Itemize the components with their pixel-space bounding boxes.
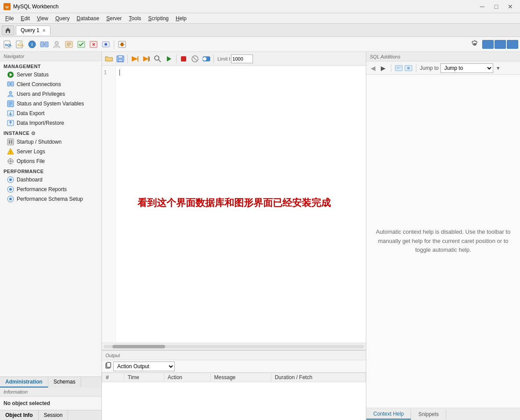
users-privileges-label: Users and Privileges (17, 91, 65, 97)
toolbar-info[interactable]: i (26, 39, 38, 50)
instance-section-title: INSTANCE ⊙ (0, 128, 101, 137)
performance-schema-icon (7, 196, 14, 203)
menu-tools[interactable]: Tools (125, 14, 144, 22)
save-file-button[interactable] (115, 54, 126, 64)
minimize-button[interactable]: ─ (476, 2, 488, 11)
toolbar-export[interactable] (116, 39, 128, 50)
query-toolbar-sep2 (176, 54, 177, 63)
client-connections-label: Client Connections (17, 81, 61, 87)
run-button[interactable] (164, 54, 174, 64)
stop-button[interactable] (178, 54, 189, 64)
sidebar-item-server-logs[interactable]: ! Server Logs (0, 147, 101, 156)
status-variables-icon (7, 100, 14, 107)
sidebar-item-client-connections[interactable]: Client Connections (0, 80, 101, 89)
query-tab[interactable]: Query 1 ✕ (16, 25, 51, 35)
cursor-line (119, 69, 362, 76)
execute-button[interactable] (130, 54, 140, 64)
menu-query[interactable]: Query (52, 14, 73, 22)
toolbar-users[interactable] (51, 39, 62, 50)
svg-rect-25 (7, 82, 10, 86)
svg-rect-9 (40, 42, 44, 47)
main-layout: Navigator MANAGEMENT Server Status Clien… (0, 52, 520, 420)
performance-reports-label: Performance Reports (17, 186, 67, 192)
menu-edit[interactable]: Edit (17, 14, 33, 22)
toolbar-btn6[interactable] (100, 39, 112, 50)
toolbar-right (469, 39, 518, 50)
svg-line-61 (159, 60, 161, 62)
sidebar-item-status-variables[interactable]: Status and System Variables (0, 99, 101, 109)
svg-rect-36 (9, 140, 10, 144)
nav-back-button[interactable]: ◀ (369, 64, 377, 72)
svg-rect-54 (118, 59, 123, 62)
line-numbers: 1 (102, 66, 116, 343)
code-content[interactable] (116, 66, 366, 343)
cancel-button[interactable] (190, 54, 200, 64)
toolbar-connections[interactable] (39, 39, 50, 50)
horizontal-scrollbar[interactable] (102, 343, 366, 350)
snippets-tab[interactable]: Snippets (411, 409, 446, 419)
sidebar-item-data-import[interactable]: Data Import/Restore (0, 118, 101, 128)
tab-label: Query 1 (21, 27, 40, 33)
svg-rect-53 (118, 56, 123, 58)
jump-to-label: Jump to (420, 65, 439, 71)
view-btn-3[interactable] (507, 40, 518, 49)
session-tab[interactable]: Session (39, 410, 69, 420)
data-export-icon (7, 110, 14, 117)
sidebar-item-options-file[interactable]: Options File (0, 156, 101, 166)
svg-rect-69 (107, 362, 111, 367)
svg-point-60 (155, 56, 159, 60)
sidebar-item-dashboard[interactable]: Dashboard (0, 175, 101, 185)
code-editor[interactable]: 1 看到这个界面数据库和图形界面已经安装完成 (102, 66, 366, 343)
titlebar: W MySQL Workbench ─ □ ✕ (0, 0, 520, 13)
menu-server[interactable]: Server (103, 14, 125, 22)
sidebar-item-performance-reports[interactable]: Performance Reports (0, 185, 101, 194)
search-button[interactable] (152, 54, 163, 64)
sidebar-item-performance-schema[interactable]: Performance Schema Setup (0, 194, 101, 204)
nav-forward-button[interactable]: ▶ (379, 64, 387, 72)
menu-file[interactable]: File (2, 14, 17, 22)
query-toolbar: Limit t (102, 52, 366, 66)
output-type-select[interactable]: Action Output (113, 362, 175, 371)
sidebar-item-users-privileges[interactable]: Users and Privileges (0, 89, 101, 99)
sidebar-item-data-export[interactable]: Data Export (0, 109, 101, 118)
jump-to-select[interactable]: Jump to (441, 63, 493, 73)
toolbar-btn3[interactable] (63, 39, 75, 50)
context-help-tab[interactable]: Context Help (366, 409, 411, 420)
tab-close-button[interactable]: ✕ (42, 28, 46, 33)
server-logs-label: Server Logs (17, 148, 45, 155)
svg-point-12 (55, 41, 58, 45)
startup-label: Startup / Shutdown (17, 139, 61, 145)
menu-help[interactable]: Help (172, 14, 190, 22)
menu-scripting[interactable]: Scripting (144, 14, 172, 22)
scroll-thumb[interactable] (112, 345, 165, 348)
toolbar-btn4[interactable] (76, 39, 87, 50)
svg-point-6 (19, 41, 23, 44)
sidebar-item-server-status[interactable]: Server Status (0, 70, 101, 80)
svg-marker-57 (143, 56, 148, 62)
home-button[interactable] (2, 25, 14, 35)
scroll-track[interactable] (104, 345, 364, 348)
object-info-tab[interactable]: Object Info (0, 410, 39, 420)
settings-button[interactable] (469, 39, 480, 50)
limit-input[interactable] (231, 54, 253, 63)
view-btn-2[interactable] (495, 40, 506, 49)
close-button[interactable]: ✕ (504, 2, 516, 11)
sidebar-item-startup[interactable]: Startup / Shutdown (0, 137, 101, 147)
execute-current-button[interactable] (141, 54, 152, 64)
view-btn-1[interactable] (482, 40, 494, 49)
jump-dropdown-icon[interactable]: ▼ (496, 65, 501, 71)
administration-tab[interactable]: Administration (0, 377, 48, 387)
toggle-button[interactable] (201, 54, 212, 64)
open-file-button[interactable] (104, 54, 114, 64)
schemas-tab[interactable]: Schemas (48, 377, 81, 387)
dashboard-label: Dashboard (17, 177, 43, 183)
output-copy-icon[interactable] (105, 362, 112, 370)
toolbar-new-sql[interactable]: SQL (2, 39, 13, 50)
svg-point-28 (9, 91, 12, 94)
menu-view[interactable]: View (33, 14, 52, 22)
toolbar-btn5[interactable]: ✕ (88, 39, 99, 50)
maximize-button[interactable]: □ (490, 2, 502, 11)
svg-point-41 (10, 160, 11, 162)
toolbar-open-sql[interactable]: SQL (14, 39, 25, 50)
menu-database[interactable]: Database (73, 14, 103, 22)
